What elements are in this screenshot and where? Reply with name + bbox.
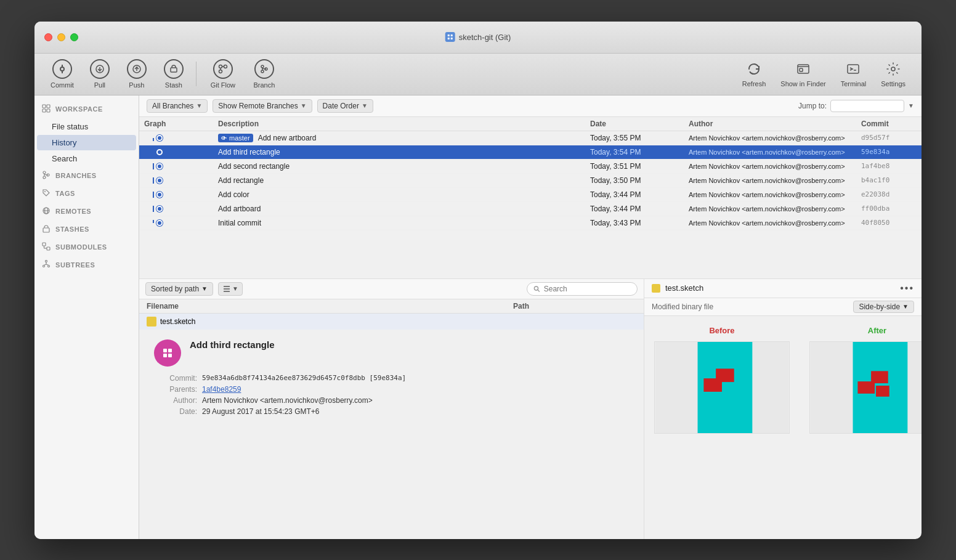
- branch-button[interactable]: Branch: [247, 55, 282, 92]
- file-item-test-sketch[interactable]: test.sketch: [139, 314, 644, 330]
- pull-icon: [90, 59, 110, 79]
- tags-section[interactable]: TAGS: [34, 185, 139, 203]
- commit-hash: 40f8050: [861, 219, 917, 227]
- diff-images: Before: [644, 316, 922, 539]
- git-flow-button[interactable]: Git Flow: [201, 55, 245, 92]
- date-header: Date: [590, 120, 689, 128]
- svg-line-53: [538, 290, 540, 291]
- workspace-section[interactable]: WORKSPACE: [34, 100, 139, 118]
- jump-to-input[interactable]: [830, 100, 904, 112]
- close-button[interactable]: [44, 33, 52, 41]
- svg-point-14: [219, 70, 222, 73]
- svg-rect-38: [47, 247, 50, 250]
- all-branches-dropdown[interactable]: All Branches ▼: [147, 99, 208, 113]
- svg-rect-37: [43, 243, 46, 246]
- tags-icon: [42, 189, 51, 199]
- file-search-input[interactable]: [544, 285, 631, 293]
- commit-author: Artem Novichkov <artem.novichkov@rosberr…: [689, 134, 861, 142]
- toolbar-right: Refresh Show in Finder: [736, 57, 912, 91]
- branches-icon: [42, 171, 51, 181]
- push-button[interactable]: Push: [120, 55, 154, 92]
- sidebar-item-file-status[interactable]: File status: [37, 119, 136, 134]
- diff-more-button[interactable]: •••: [900, 283, 914, 294]
- svg-line-46: [46, 264, 49, 266]
- commit-row[interactable]: Add rectangleToday, 3:50 PMArtem Novichk…: [139, 174, 922, 188]
- file-search: [527, 282, 638, 296]
- before-label: Before: [709, 326, 734, 335]
- commit-date: Today, 3:54 PM: [590, 148, 689, 156]
- svg-rect-56: [163, 354, 167, 357]
- title-icon: [445, 32, 455, 42]
- file-list-pane: Sorted by path ▼ ▼: [139, 279, 644, 539]
- side-by-side-button[interactable]: Side-by-side ▼: [853, 301, 914, 313]
- submodules-section[interactable]: SUBMODULES: [34, 238, 139, 256]
- commit-author: Artem Novichkov <artem.novichkov@rosberr…: [689, 177, 861, 184]
- stashes-section[interactable]: STASHES: [34, 221, 139, 238]
- maximize-button[interactable]: [70, 33, 78, 41]
- list-icon: [222, 285, 231, 293]
- chevron-down-icon: ▼: [362, 102, 368, 109]
- commit-row[interactable]: Add artboardToday, 3:44 PMArtem Novichko…: [139, 202, 922, 216]
- subtrees-section[interactable]: SUBTREES: [34, 256, 139, 274]
- commit-row[interactable]: Add colorToday, 3:44 PMArtem Novichkov <…: [139, 188, 922, 202]
- sidebar-item-history[interactable]: History: [37, 135, 136, 150]
- commit-row[interactable]: masterAdd new artboardToday, 3:55 PMArte…: [139, 131, 922, 145]
- svg-point-13: [224, 65, 227, 68]
- diff-pane: test.sketch ••• Modified binary file Sid…: [644, 279, 922, 539]
- svg-point-32: [44, 191, 46, 192]
- commit-author: Artem Novichkov <artem.novichkov@rosberr…: [689, 148, 861, 156]
- commit-author: Artem Novichkov <artem.novichkov@rosberr…: [689, 163, 861, 170]
- date-order-dropdown[interactable]: Date Order ▼: [317, 99, 373, 113]
- terminal-icon: [845, 60, 862, 78]
- branches-section[interactable]: BRANCHES: [34, 167, 139, 185]
- window-title: sketch-git (Git): [445, 32, 511, 42]
- lower-area: Sorted by path ▼ ▼: [139, 279, 922, 539]
- svg-point-41: [46, 260, 47, 262]
- commit-date: Today, 3:44 PM: [590, 205, 689, 213]
- show-in-finder-button[interactable]: Show in Finder: [774, 57, 832, 91]
- refresh-button[interactable]: Refresh: [736, 57, 772, 91]
- push-icon: [127, 59, 147, 79]
- graph-cell: [144, 163, 218, 169]
- commit-description: masterAdd new artboard: [218, 134, 590, 142]
- settings-button[interactable]: Settings: [875, 57, 912, 91]
- parents-link[interactable]: 1af4be8259: [202, 385, 629, 394]
- diff-file-icon: [652, 284, 660, 293]
- remotes-section[interactable]: REMOTES: [34, 203, 139, 221]
- commit-row[interactable]: Add third rectangleToday, 3:54 PMArtem N…: [139, 145, 922, 160]
- graph-cell: [144, 220, 218, 226]
- svg-point-47: [222, 137, 224, 139]
- commit-row[interactable]: Initial commitToday, 3:43 PMArtem Novich…: [139, 216, 922, 230]
- stash-button[interactable]: Stash: [156, 55, 191, 92]
- svg-point-15: [261, 65, 264, 68]
- history-pane: All Branches ▼ Show Remote Branches ▼ Da…: [139, 95, 922, 539]
- terminal-button[interactable]: Terminal: [835, 57, 873, 91]
- minimize-button[interactable]: [57, 33, 65, 41]
- sort-by-path-button[interactable]: Sorted by path ▼: [145, 282, 213, 296]
- after-label: After: [868, 326, 886, 335]
- svg-rect-54: [163, 349, 167, 352]
- commit-description: Add color: [218, 190, 590, 199]
- list-view-button[interactable]: ▼: [218, 282, 243, 296]
- svg-rect-3: [451, 38, 453, 39]
- jump-to: Jump to: ▼: [798, 100, 914, 112]
- pull-button[interactable]: Pull: [83, 55, 117, 92]
- commit-hash: b4ac1f0: [861, 176, 917, 184]
- file-sketch-icon: [147, 317, 156, 327]
- jump-to-chevron-icon: ▼: [908, 102, 914, 109]
- commit-row[interactable]: Add second rectangleToday, 3:51 PMArtem …: [139, 160, 922, 174]
- before-image: [654, 341, 790, 434]
- svg-rect-66: [876, 386, 889, 397]
- svg-point-4: [60, 67, 64, 71]
- commit-author: Artem Novichkov <artem.novichkov@rosberr…: [689, 205, 861, 213]
- svg-point-16: [261, 70, 264, 73]
- settings-icon: [885, 60, 902, 78]
- show-remote-dropdown[interactable]: Show Remote Branches ▼: [213, 99, 312, 113]
- sidebar-item-search[interactable]: Search: [37, 151, 136, 166]
- subtrees-icon: [42, 260, 51, 270]
- svg-point-42: [43, 265, 45, 267]
- filename-col-header: Filename: [147, 302, 513, 310]
- commit-button[interactable]: Commit: [44, 55, 80, 92]
- chevron-down-icon: ▼: [201, 285, 208, 292]
- commit-hash: e22038d: [861, 190, 917, 198]
